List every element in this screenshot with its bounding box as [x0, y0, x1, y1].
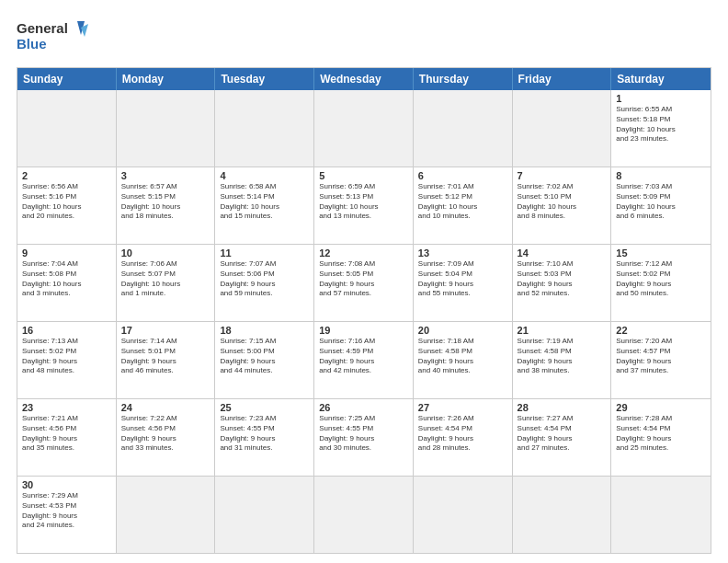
day-number: 24 — [121, 402, 210, 413]
day-number: 10 — [121, 247, 210, 259]
day-number: 9 — [22, 247, 111, 259]
table-row — [117, 90, 216, 167]
table-row: 7Sunrise: 7:02 AM Sunset: 5:10 PM Daylig… — [513, 167, 612, 244]
table-row: 16Sunrise: 7:13 AM Sunset: 5:02 PM Dayli… — [17, 322, 117, 398]
day-info: Sunrise: 6:59 AM Sunset: 5:13 PM Dayligh… — [319, 182, 408, 222]
day-number: 2 — [22, 170, 111, 181]
table-row: 13Sunrise: 7:09 AM Sunset: 5:04 PM Dayli… — [414, 245, 513, 321]
day-number: 16 — [22, 325, 111, 336]
day-number: 15 — [616, 247, 706, 259]
day-info: Sunrise: 7:12 AM Sunset: 5:02 PM Dayligh… — [616, 259, 706, 299]
day-info: Sunrise: 6:57 AM Sunset: 5:15 PM Dayligh… — [121, 182, 210, 222]
day-info: Sunrise: 7:14 AM Sunset: 5:01 PM Dayligh… — [121, 337, 210, 376]
day-number: 4 — [220, 170, 309, 181]
day-number: 5 — [319, 170, 408, 181]
table-row: 17Sunrise: 7:14 AM Sunset: 5:01 PM Dayli… — [117, 322, 216, 398]
day-info: Sunrise: 7:01 AM Sunset: 5:12 PM Dayligh… — [418, 182, 507, 222]
table-row — [611, 477, 711, 553]
table-row: 21Sunrise: 7:19 AM Sunset: 4:58 PM Dayli… — [513, 322, 612, 398]
calendar-week-2: 2Sunrise: 6:56 AM Sunset: 5:16 PM Daylig… — [17, 167, 711, 244]
day-info: Sunrise: 7:18 AM Sunset: 4:58 PM Dayligh… — [418, 337, 507, 376]
table-row: 15Sunrise: 7:12 AM Sunset: 5:02 PM Dayli… — [611, 245, 711, 321]
day-info: Sunrise: 7:07 AM Sunset: 5:06 PM Dayligh… — [220, 259, 309, 299]
day-info: Sunrise: 7:16 AM Sunset: 4:59 PM Dayligh… — [319, 337, 408, 376]
day-number: 20 — [418, 325, 507, 336]
table-row — [117, 477, 216, 553]
table-row: 9Sunrise: 7:04 AM Sunset: 5:08 PM Daylig… — [17, 245, 117, 321]
table-row: 29Sunrise: 7:28 AM Sunset: 4:54 PM Dayli… — [611, 399, 711, 476]
table-row — [314, 90, 414, 167]
day-number: 22 — [616, 325, 706, 336]
day-number: 29 — [616, 402, 706, 413]
day-info: Sunrise: 7:06 AM Sunset: 5:07 PM Dayligh… — [121, 259, 210, 299]
day-number: 21 — [518, 325, 607, 336]
day-number: 19 — [319, 325, 408, 336]
day-info: Sunrise: 6:58 AM Sunset: 5:14 PM Dayligh… — [220, 182, 309, 222]
day-info: Sunrise: 7:19 AM Sunset: 4:58 PM Dayligh… — [518, 337, 607, 376]
day-info: Sunrise: 7:27 AM Sunset: 4:54 PM Dayligh… — [518, 414, 607, 454]
table-row: 2Sunrise: 6:56 AM Sunset: 5:16 PM Daylig… — [17, 167, 117, 244]
day-number: 30 — [22, 479, 111, 490]
day-info: Sunrise: 7:13 AM Sunset: 5:02 PM Dayligh… — [22, 337, 111, 376]
calendar-body: 1Sunrise: 6:55 AM Sunset: 5:18 PM Daylig… — [17, 90, 711, 553]
day-info: Sunrise: 7:29 AM Sunset: 4:53 PM Dayligh… — [22, 491, 111, 531]
table-row: 5Sunrise: 6:59 AM Sunset: 5:13 PM Daylig… — [314, 167, 414, 244]
table-row: 24Sunrise: 7:22 AM Sunset: 4:56 PM Dayli… — [117, 399, 216, 476]
day-info: Sunrise: 7:20 AM Sunset: 4:57 PM Dayligh… — [616, 337, 706, 376]
table-row: 27Sunrise: 7:26 AM Sunset: 4:54 PM Dayli… — [414, 399, 513, 476]
day-info: Sunrise: 7:21 AM Sunset: 4:56 PM Dayligh… — [22, 414, 111, 454]
table-row: 18Sunrise: 7:15 AM Sunset: 5:00 PM Dayli… — [215, 322, 314, 398]
table-row: 30Sunrise: 7:29 AM Sunset: 4:53 PM Dayli… — [17, 477, 117, 553]
day-header-wednesday: Wednesday — [314, 68, 414, 90]
day-number: 18 — [220, 325, 309, 336]
day-header-friday: Friday — [513, 68, 612, 90]
table-row: 19Sunrise: 7:16 AM Sunset: 4:59 PM Dayli… — [314, 322, 414, 398]
day-number: 17 — [121, 325, 210, 336]
table-row: 1Sunrise: 6:55 AM Sunset: 5:18 PM Daylig… — [611, 90, 711, 167]
day-info: Sunrise: 7:28 AM Sunset: 4:54 PM Dayligh… — [616, 414, 706, 454]
page-header: General Blue — [17, 17, 711, 58]
day-info: Sunrise: 7:09 AM Sunset: 5:04 PM Dayligh… — [418, 259, 507, 299]
day-header-thursday: Thursday — [414, 68, 513, 90]
calendar-week-5: 23Sunrise: 7:21 AM Sunset: 4:56 PM Dayli… — [17, 398, 711, 476]
day-number: 23 — [22, 402, 111, 413]
table-row — [414, 477, 513, 553]
day-info: Sunrise: 7:23 AM Sunset: 4:55 PM Dayligh… — [220, 414, 309, 454]
day-info: Sunrise: 7:03 AM Sunset: 5:09 PM Dayligh… — [616, 182, 706, 222]
day-header-saturday: Saturday — [611, 68, 711, 90]
table-row: 14Sunrise: 7:10 AM Sunset: 5:03 PM Dayli… — [513, 245, 612, 321]
day-header-monday: Monday — [117, 68, 216, 90]
day-number: 27 — [418, 402, 507, 413]
day-number: 28 — [518, 402, 607, 413]
table-row: 12Sunrise: 7:08 AM Sunset: 5:05 PM Dayli… — [314, 245, 414, 321]
day-number: 7 — [518, 170, 607, 181]
table-row: 11Sunrise: 7:07 AM Sunset: 5:06 PM Dayli… — [215, 245, 314, 321]
day-info: Sunrise: 7:22 AM Sunset: 4:56 PM Dayligh… — [121, 414, 210, 454]
day-number: 6 — [418, 170, 507, 181]
table-row — [17, 90, 117, 167]
table-row: 25Sunrise: 7:23 AM Sunset: 4:55 PM Dayli… — [215, 399, 314, 476]
day-info: Sunrise: 7:02 AM Sunset: 5:10 PM Dayligh… — [518, 182, 607, 222]
table-row: 8Sunrise: 7:03 AM Sunset: 5:09 PM Daylig… — [611, 167, 711, 244]
day-number: 12 — [319, 247, 408, 259]
table-row: 23Sunrise: 7:21 AM Sunset: 4:56 PM Dayli… — [17, 399, 117, 476]
day-info: Sunrise: 7:25 AM Sunset: 4:55 PM Dayligh… — [319, 414, 408, 454]
day-number: 11 — [220, 247, 309, 259]
generalblue-logo-icon: General Blue — [17, 17, 90, 58]
day-info: Sunrise: 6:56 AM Sunset: 5:16 PM Dayligh… — [22, 182, 111, 222]
table-row: 10Sunrise: 7:06 AM Sunset: 5:07 PM Dayli… — [117, 245, 216, 321]
table-row: 20Sunrise: 7:18 AM Sunset: 4:58 PM Dayli… — [414, 322, 513, 398]
calendar-week-4: 16Sunrise: 7:13 AM Sunset: 5:02 PM Dayli… — [17, 321, 711, 398]
svg-text:Blue: Blue — [17, 36, 47, 52]
calendar-week-1: 1Sunrise: 6:55 AM Sunset: 5:18 PM Daylig… — [17, 90, 711, 167]
day-number: 25 — [220, 402, 309, 413]
calendar-week-6: 30Sunrise: 7:29 AM Sunset: 4:53 PM Dayli… — [17, 476, 711, 553]
table-row: 22Sunrise: 7:20 AM Sunset: 4:57 PM Dayli… — [611, 322, 711, 398]
table-row: 28Sunrise: 7:27 AM Sunset: 4:54 PM Dayli… — [513, 399, 612, 476]
day-info: Sunrise: 7:08 AM Sunset: 5:05 PM Dayligh… — [319, 259, 408, 299]
svg-text:General: General — [17, 20, 68, 36]
day-number: 1 — [616, 93, 706, 104]
calendar-header: SundayMondayTuesdayWednesdayThursdayFrid… — [17, 68, 711, 90]
table-row — [513, 90, 612, 167]
day-number: 8 — [616, 170, 706, 181]
